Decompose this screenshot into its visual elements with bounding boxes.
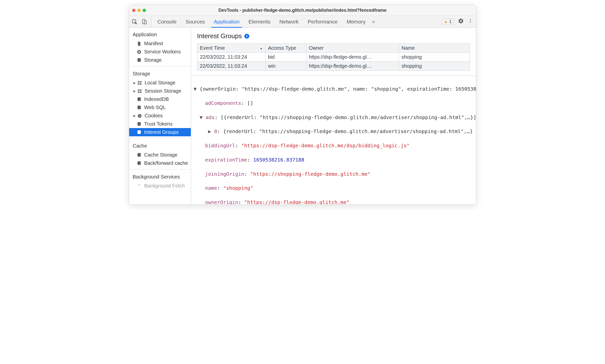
panel-header: Interest Groups i: [191, 28, 476, 43]
object-viewer[interactable]: ▼ {ownerOrigin: "https://dsp-fledge-demo…: [191, 76, 476, 204]
issues-badge[interactable]: ▲ 1: [442, 18, 454, 25]
device-toolbar-icon[interactable]: [141, 18, 148, 25]
database-icon: [137, 97, 142, 102]
database-icon: [137, 122, 142, 127]
sidebar-divider: [129, 138, 191, 139]
titlebar: DevTools - publisher-fledge-demo.glitch.…: [129, 5, 476, 16]
svg-point-18: [139, 115, 139, 116]
obj-line[interactable]: adComponents: []: [194, 100, 474, 107]
sidebar-item-manifest[interactable]: Manifest: [129, 39, 191, 48]
warning-icon: ▲: [444, 19, 448, 24]
tab-memory[interactable]: Memory: [342, 16, 370, 27]
cookie-icon: [137, 113, 142, 118]
devtools-window: DevTools - publisher-fledge-demo.glitch.…: [129, 5, 476, 205]
obj-line[interactable]: ▼ ads: [{renderUrl: "https://shopping-fl…: [194, 114, 474, 121]
sidebar-divider: [129, 169, 191, 170]
sidebar-item-cache-storage[interactable]: Cache Storage: [129, 151, 191, 159]
svg-rect-11: [138, 89, 140, 91]
inspect-element-icon[interactable]: [131, 18, 138, 25]
sidebar-item-storage[interactable]: Storage: [129, 56, 191, 64]
sidebar-item-label: Trust Tokens: [144, 121, 172, 127]
maximize-window-button[interactable]: [143, 9, 146, 12]
expand-caret-icon[interactable]: ▶: [133, 114, 136, 118]
sidebar-section-background-services: Background Services: [129, 172, 191, 182]
svg-rect-10: [140, 83, 142, 84]
tab-sources[interactable]: Sources: [181, 16, 209, 27]
gear-icon: [137, 49, 142, 54]
sidebar-item-label: Back/forward cache: [144, 160, 188, 166]
obj-line[interactable]: joiningOrigin: "https://shopping-fledge-…: [194, 171, 474, 178]
info-icon[interactable]: i: [244, 34, 249, 39]
svg-point-20: [139, 116, 140, 117]
traffic-lights: [132, 9, 146, 12]
obj-line[interactable]: biddingUrl: "https://dsp-fledge-demo.gli…: [194, 142, 474, 149]
svg-point-3: [470, 19, 471, 20]
sidebar-item-local-storage[interactable]: ▶ Local Storage: [129, 79, 191, 87]
svg-point-5: [470, 22, 471, 23]
settings-icon[interactable]: [458, 18, 464, 25]
col-event-time[interactable]: Event Time▲: [197, 44, 266, 53]
sidebar-item-label: Background Fetch: [144, 183, 185, 189]
tab-console[interactable]: Console: [153, 16, 181, 27]
obj-line[interactable]: ownerOrigin: "https://dsp-fledge-demo.gl…: [194, 199, 474, 204]
sidebar-item-interest-groups[interactable]: Interest Groups: [129, 128, 191, 136]
col-owner[interactable]: Owner: [306, 44, 399, 53]
sidebar-item-label: Web SQL: [144, 105, 166, 110]
svg-rect-13: [138, 91, 140, 93]
close-window-button[interactable]: [132, 9, 135, 12]
expand-caret-icon[interactable]: ▶: [133, 81, 136, 85]
database-icon: [137, 105, 142, 110]
file-icon: [137, 41, 142, 46]
table-row[interactable]: 22/03/2022, 11:03:24 bid https://dsp-fle…: [197, 53, 470, 62]
sidebar-item-label: Service Workers: [144, 49, 181, 55]
cell-type: bid: [265, 53, 306, 62]
sidebar-item-bf-cache[interactable]: Back/forward cache: [129, 159, 191, 167]
sidebar-item-label: Manifest: [144, 41, 163, 46]
database-icon: [137, 161, 142, 166]
obj-line[interactable]: name: "shopping": [194, 184, 474, 191]
sort-asc-icon: ▲: [260, 46, 263, 50]
application-sidebar[interactable]: Application Manifest Service Workers Sto…: [129, 28, 191, 204]
tab-application[interactable]: Application: [209, 16, 244, 27]
svg-rect-2: [144, 21, 146, 24]
col-access-type[interactable]: Access Type: [265, 44, 306, 53]
sidebar-item-indexeddb[interactable]: IndexedDB: [129, 95, 191, 103]
tab-performance[interactable]: Performance: [303, 16, 342, 27]
minimize-window-button[interactable]: [137, 9, 141, 12]
cell-time: 22/03/2022, 11:03:24: [197, 53, 266, 62]
database-icon: [137, 130, 142, 135]
sidebar-item-label: Storage: [144, 57, 162, 63]
svg-point-4: [470, 20, 471, 21]
sidebar-item-label: Session Storage: [145, 88, 181, 94]
sidebar-item-cookies[interactable]: ▶ Cookies: [129, 112, 191, 120]
sidebar-item-session-storage[interactable]: ▶ Session Storage: [129, 87, 191, 95]
sidebar-section-application: Application: [129, 29, 191, 39]
cell-owner: https://dsp-fledge-demo.gl…: [306, 62, 399, 71]
tab-elements[interactable]: Elements: [244, 16, 275, 27]
tabs-overflow-button[interactable]: »: [370, 19, 377, 24]
sidebar-item-label: IndexedDB: [144, 96, 169, 102]
grid-icon: [137, 80, 142, 85]
table-row[interactable]: 22/03/2022, 11:03:24 win https://dsp-fle…: [197, 62, 470, 71]
tabbar-right: ▲ 1: [442, 18, 474, 25]
warning-count: 1: [449, 19, 452, 24]
cell-owner: https://dsp-fledge-demo.gl…: [306, 53, 399, 62]
expand-caret-icon[interactable]: ▶: [133, 89, 136, 93]
obj-line[interactable]: ▶ 0: {renderUrl: "https://shopping-fledg…: [194, 128, 474, 135]
sidebar-item-background-fetch[interactable]: Background Fetch: [129, 182, 191, 190]
sidebar-divider: [129, 66, 191, 66]
obj-line[interactable]: ▼ {ownerOrigin: "https://dsp-fledge-demo…: [194, 85, 474, 92]
sidebar-item-service-workers[interactable]: Service Workers: [129, 48, 191, 56]
tab-network[interactable]: Network: [275, 16, 303, 27]
database-icon: [137, 153, 142, 158]
table-header-row: Event Time▲ Access Type Owner Name: [197, 44, 470, 53]
more-options-icon[interactable]: [468, 18, 473, 25]
sidebar-item-trust-tokens[interactable]: Trust Tokens: [129, 120, 191, 128]
col-name[interactable]: Name: [399, 44, 470, 53]
sidebar-section-storage: Storage: [129, 68, 191, 79]
obj-line[interactable]: expirationTime: 1650538216.837188: [194, 156, 474, 163]
grid-icon: [137, 89, 142, 94]
cell-name: shopping: [399, 62, 470, 71]
events-table[interactable]: Event Time▲ Access Type Owner Name 22/03…: [197, 43, 470, 71]
sidebar-item-web-sql[interactable]: Web SQL: [129, 103, 191, 112]
